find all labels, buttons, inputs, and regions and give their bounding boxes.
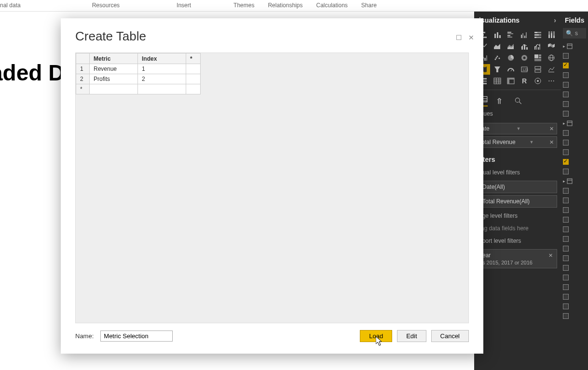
table-row[interactable]: 1 Revenue 1 [76, 64, 201, 74]
add-column-button[interactable]: * [186, 53, 201, 64]
checkbox[interactable] [563, 111, 569, 117]
viz-gauge-icon[interactable] [505, 64, 517, 75]
maximize-button[interactable]: ☐ [452, 33, 465, 42]
field-item[interactable] [561, 244, 588, 253]
expander-icon[interactable]: ▸ [563, 121, 565, 126]
column-header-index[interactable]: Index [138, 53, 186, 64]
field-item[interactable] [561, 109, 588, 119]
viz-arcgis-icon[interactable] [532, 76, 544, 86]
field-item[interactable] [561, 167, 588, 176]
ribbon-tab-themes[interactable]: Themes [227, 0, 261, 11]
well-total-revenue[interactable]: otal Revenue▼✕ [478, 136, 557, 148]
cell-empty[interactable] [138, 84, 186, 94]
viz-pie-icon[interactable] [505, 53, 517, 63]
viz-map-icon[interactable] [545, 53, 558, 63]
ribbon-tab-calculations[interactable]: Calculations [309, 0, 354, 11]
checkbox[interactable] [563, 92, 569, 97]
field-item[interactable] [561, 225, 588, 234]
filter-total-revenue-all[interactable]: Total Revenue(All) [478, 195, 557, 208]
ribbon-tab-insert[interactable]: Insert [170, 0, 198, 11]
field-item[interactable] [561, 196, 588, 205]
field-item[interactable] [561, 282, 588, 292]
ribbon-tab-share[interactable]: Share [355, 0, 383, 11]
chevron-right-icon[interactable]: › [554, 16, 556, 24]
field-item[interactable] [561, 205, 588, 215]
checkbox[interactable] [563, 304, 569, 309]
filter-year[interactable]: ear ✕ s 2015, 2017 or 2016 [478, 249, 557, 268]
field-item[interactable] [561, 273, 588, 282]
viz-card-icon[interactable]: 123 [518, 64, 531, 75]
cancel-button[interactable]: Cancel [431, 330, 469, 342]
viz-kpi-icon[interactable] [545, 64, 558, 75]
viz-100-column-icon[interactable] [545, 29, 558, 40]
table-name-input[interactable] [100, 330, 173, 342]
checkbox[interactable] [563, 236, 569, 242]
viz-area-icon[interactable] [491, 41, 504, 52]
viz-r-script-icon[interactable]: R [518, 76, 531, 86]
checkbox[interactable] [563, 313, 569, 319]
field-item[interactable] [561, 292, 588, 302]
field-table-row[interactable]: ▸ [561, 176, 588, 186]
checkbox[interactable] [563, 169, 569, 174]
checkbox[interactable] [563, 207, 569, 213]
viz-donut-icon[interactable] [518, 53, 531, 63]
column-header-metric[interactable]: Metric [90, 53, 138, 64]
checkbox[interactable] [563, 198, 569, 203]
drag-fields-placeholder[interactable]: rag data fields here [474, 222, 561, 235]
checkbox[interactable] [563, 246, 569, 251]
checkbox[interactable] [563, 149, 569, 155]
close-button[interactable]: ✕ [465, 33, 478, 42]
remove-icon[interactable]: ✕ [549, 126, 554, 132]
cell-metric[interactable]: Revenue [90, 64, 138, 74]
checkbox[interactable] [563, 101, 569, 107]
add-row-button[interactable]: * [76, 84, 90, 94]
remove-icon[interactable]: ✕ [549, 139, 554, 145]
field-item[interactable] [561, 128, 588, 138]
dropdown-icon[interactable]: ▼ [529, 140, 535, 145]
expander-icon[interactable]: ▸ [563, 44, 565, 49]
format-tab[interactable] [496, 95, 505, 106]
checkbox[interactable] [563, 140, 569, 145]
checkbox[interactable] [563, 217, 569, 223]
well-date[interactable]: ate▼✕ [478, 123, 557, 134]
checkbox[interactable] [563, 275, 569, 280]
checkbox[interactable] [563, 82, 569, 88]
viz-table-icon[interactable] [491, 76, 504, 86]
table-row-new[interactable]: * [76, 84, 201, 94]
viz-ribbon-icon[interactable] [545, 41, 558, 52]
cell-empty[interactable] [90, 84, 138, 94]
visualizations-header[interactable]: isualizations › [474, 12, 561, 28]
viz-scatter-icon[interactable] [491, 53, 504, 63]
load-button[interactable]: Load [360, 330, 392, 342]
fields-search[interactable]: 🔍 s [563, 28, 586, 39]
checkbox[interactable] [563, 226, 569, 232]
ribbon-tab-relationships[interactable]: Relationships [261, 0, 309, 11]
ribbon-tab-data[interactable]: nal data [0, 0, 27, 11]
field-item[interactable] [561, 186, 588, 196]
cell-index[interactable]: 2 [138, 74, 186, 84]
data-table[interactable]: Metric Index * 1 Revenue 1 2 Profits 2 * [76, 53, 201, 94]
cell-empty[interactable] [186, 84, 201, 94]
field-item[interactable] [561, 70, 588, 80]
field-item[interactable] [561, 263, 588, 273]
viz-custom-import-icon[interactable]: ⋯ [545, 76, 558, 86]
checkbox[interactable] [563, 255, 569, 261]
filter-date-all[interactable]: Date(All) [478, 181, 557, 193]
checkbox[interactable] [563, 188, 569, 194]
cell-metric[interactable]: Profits [90, 74, 138, 84]
cell-index[interactable]: 1 [138, 64, 186, 74]
checkbox-checked[interactable] [563, 159, 569, 165]
table-grid[interactable]: Metric Index * 1 Revenue 1 2 Profits 2 * [75, 53, 469, 323]
checkbox-checked[interactable] [563, 63, 569, 68]
expander-icon[interactable]: ▸ [563, 179, 565, 184]
field-table-row[interactable]: ▸ [561, 41, 588, 51]
field-item[interactable] [561, 99, 588, 109]
checkbox[interactable] [563, 294, 569, 300]
viz-stacked-area-icon[interactable] [505, 41, 517, 52]
viz-multirow-card-icon[interactable] [532, 64, 544, 75]
field-item[interactable] [561, 311, 588, 321]
field-item[interactable] [561, 80, 588, 90]
field-item[interactable] [561, 157, 588, 167]
viz-line-clustered-column-icon[interactable] [532, 41, 544, 52]
viz-clustered-column-icon[interactable] [518, 29, 531, 40]
